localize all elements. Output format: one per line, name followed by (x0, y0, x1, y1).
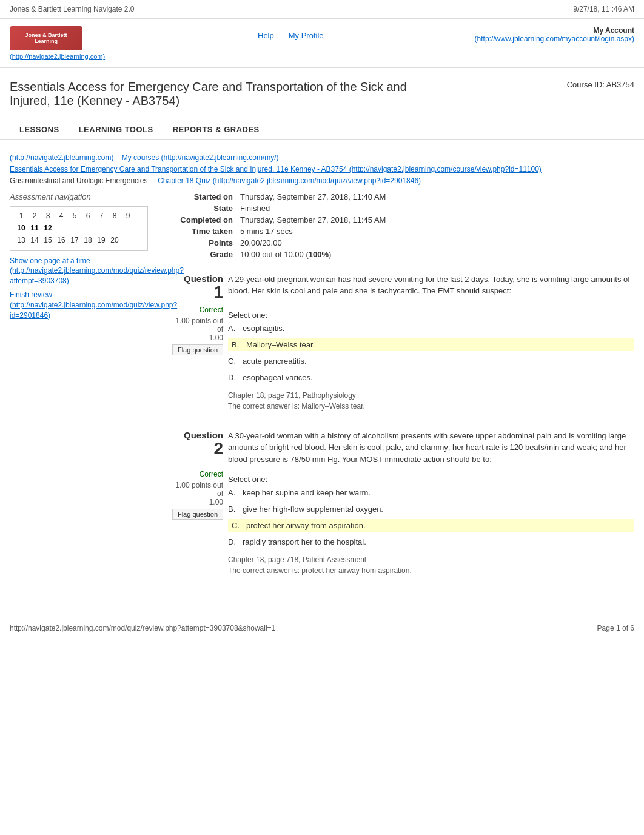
nav-num-18[interactable]: 18 (82, 235, 94, 246)
state-label: State (167, 204, 240, 213)
started-label: Started on (167, 192, 240, 201)
account-link[interactable]: (http://www.jblearning.com/myaccount/log… (475, 35, 634, 43)
question-2-meta-area: Correct 1.00 points out of 1.00 Flag que… (167, 470, 634, 575)
grade-value: 10.00 out of 10.00 (100%) (240, 250, 331, 259)
nav-num-20[interactable]: 20 (109, 235, 121, 246)
nav-num-14[interactable]: 14 (29, 235, 41, 246)
q2-option-a-text: keep her supine and keep her warm. (243, 488, 371, 497)
page-footer: http://navigate2.jblearning.com/mod/quiz… (0, 619, 644, 637)
question-2-label: Question (167, 430, 223, 440)
q2-option-a-letter: A. (228, 488, 243, 497)
question-1-label: Question (167, 273, 223, 284)
points-row: Points 20.00/20.00 (167, 238, 634, 247)
option-d-text: esophageal varices. (243, 373, 313, 382)
nav-num-9[interactable]: 9 (122, 210, 134, 221)
breadcrumb-quiz[interactable]: Chapter 18 Quiz (http://navigate2.jblear… (158, 176, 421, 185)
started-value: Thursday, September 27, 2018, 11:40 AM (240, 192, 386, 201)
nav-num-13[interactable]: 13 (15, 235, 27, 246)
nav-num-12[interactable]: 12 (42, 223, 54, 233)
tab-learning-tools[interactable]: LEARNING TOOLS (69, 120, 163, 139)
nav-num-5[interactable]: 5 (69, 210, 81, 221)
q2-option-b-letter: B. (228, 505, 243, 514)
option-d-letter: D. (228, 373, 243, 382)
started-row: Started on Thursday, September 27, 2018,… (167, 192, 634, 201)
nav-num-17[interactable]: 17 (69, 235, 81, 246)
logo-text: Jones & BartlettLearning (25, 32, 67, 44)
top-bar: Jones & Bartlett Learning Navigate 2.0 9… (0, 0, 644, 19)
course-header: Essentials Access for Emergency Care and… (0, 68, 644, 114)
question-2-points-val: 1.00 (167, 498, 223, 506)
nav-num-16[interactable]: 16 (55, 235, 67, 246)
header-nav: Help My Profile (107, 31, 475, 40)
question-1-text: A 29-year-old pregnant woman has had sev… (228, 273, 634, 297)
question-2-option-b: B. give her high-flow supplemental oxyge… (228, 503, 634, 515)
nav-num-7[interactable]: 7 (95, 210, 107, 221)
question-1-points-text: 1.00 points out of (167, 317, 223, 334)
option-b-text: Mallory–Weiss tear. (246, 340, 315, 349)
nav-num-6[interactable]: 6 (82, 210, 94, 221)
help-link[interactable]: Help (258, 31, 274, 40)
question-1-option-c: C. acute pancreatitis. (228, 355, 634, 367)
option-a-letter: A. (228, 324, 243, 333)
question-2-meta-col: Correct 1.00 points out of 1.00 Flag que… (167, 470, 228, 575)
question-1-number: 1 (167, 284, 223, 301)
footer-page: Page 1 of 6 (597, 624, 634, 632)
completed-value: Thursday, September 27, 2018, 11:45 AM (240, 215, 386, 224)
question-2-options-area: Select one: A. keep her supine and keep … (228, 470, 634, 575)
question-1-points-val: 1.00 (167, 334, 223, 342)
nav-num-11[interactable]: 11 (29, 223, 41, 233)
content-area: Assessment navigation 1 2 3 4 5 6 7 8 9 … (0, 192, 644, 607)
option-b-letter: B. (232, 340, 246, 349)
assessment-nav-label: Assessment navigation (10, 192, 148, 201)
question-2-left: Question 2 (167, 430, 228, 466)
question-1-select-one: Select one: (228, 310, 634, 320)
question-2-option-d: D. rapidly transport her to the hospital… (228, 535, 634, 548)
breadcrumb-home[interactable]: (http://navigate2.jblearning.com) (10, 153, 113, 162)
finish-review-link[interactable]: Finish review(http://navigate2.jblearnin… (10, 290, 148, 320)
show-one-page-link[interactable]: Show one page at a time(http://navigate2… (10, 256, 148, 286)
number-row-2: 13 14 15 16 17 18 19 20 (15, 235, 143, 246)
points-value: 20.00/20.00 (240, 238, 282, 247)
question-1-flag-btn[interactable]: Flag question (172, 344, 223, 355)
question-2-option-a: A. keep her supine and keep her warm. (228, 486, 634, 499)
app-title: Jones & Bartlett Learning Navigate 2.0 (10, 5, 134, 13)
question-2-layout: Question 2 A 30-year-old woman with a hi… (167, 430, 634, 466)
timestamp: 9/27/18, 11 :46 AM (573, 5, 634, 13)
state-row: State Finished (167, 204, 634, 213)
nav-num-15[interactable]: 15 (42, 235, 54, 246)
question-2-flag-btn[interactable]: Flag question (172, 509, 223, 520)
q2-option-d-text: rapidly transport her to the hospital. (243, 537, 366, 546)
question-1-option-a: A. esophagitis. (228, 322, 634, 335)
header: Jones & BartlettLearning (http://navigat… (0, 19, 644, 68)
main-content: Started on Thursday, September 27, 2018,… (158, 192, 644, 595)
q2-option-c-text: protect her airway from aspiration. (246, 521, 366, 530)
logo-image: Jones & BartlettLearning (10, 26, 82, 50)
nav-num-10[interactable]: 10 (15, 223, 27, 233)
tab-reports-grades[interactable]: REPORTS & GRADES (163, 120, 269, 139)
question-1-meta-col: Correct 1.00 points out of 1.00 Flag que… (167, 306, 228, 411)
option-a-text: esophagitis. (243, 324, 284, 333)
nav-num-4[interactable]: 4 (55, 210, 67, 221)
my-profile-link[interactable]: My Profile (289, 31, 324, 40)
question-1-left: Question 1 (167, 273, 228, 301)
nav-num-1[interactable]: 1 (15, 210, 27, 221)
number-grid: 1 2 3 4 5 6 7 8 9 10 11 12 13 14 15 16 1… (10, 206, 148, 251)
completed-label: Completed on (167, 215, 240, 224)
account-area: My Account (http://www.jblearning.com/my… (475, 26, 634, 43)
breadcrumb-my-courses[interactable]: My courses (http://navigate2.jblearning.… (122, 153, 279, 162)
nav-num-19[interactable]: 19 (95, 235, 107, 246)
nav-num-8[interactable]: 8 (109, 210, 121, 221)
nav-num-2[interactable]: 2 (29, 210, 41, 221)
question-2-option-c: C. protect her airway from aspiration. (228, 519, 634, 532)
time-row: Time taken 5 mins 17 secs (167, 227, 634, 236)
nav-num-3[interactable]: 3 (42, 210, 54, 221)
breadcrumb-course[interactable]: Essentials Access for Emergency Care and… (10, 165, 542, 173)
question-1-block: Question 1 A 29-year-old pregnant woman … (167, 273, 634, 411)
question-1-right: A 29-year-old pregnant woman has had sev… (228, 273, 634, 301)
time-value: 5 mins 17 secs (240, 227, 293, 236)
logo-area: Jones & BartlettLearning (http://navigat… (10, 26, 107, 60)
logo-link[interactable]: (http://navigate2.jblearning.com) (10, 53, 107, 60)
tab-lessons[interactable]: LESSONS (10, 120, 69, 139)
option-c-letter: C. (228, 357, 243, 366)
grade-close: ) (329, 250, 331, 259)
